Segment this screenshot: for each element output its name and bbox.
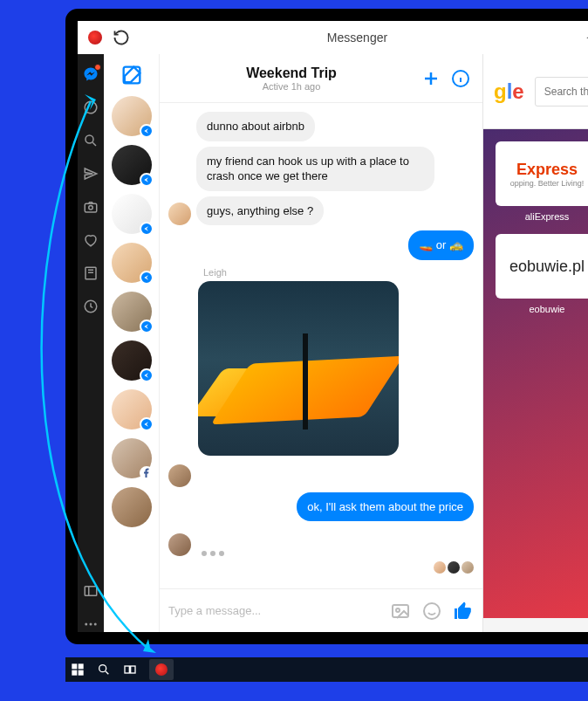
conversation-avatar[interactable]	[112, 243, 152, 283]
taskbar-opera-app[interactable]	[149, 659, 174, 680]
svg-point-12	[396, 608, 400, 612]
message-avatar	[168, 464, 191, 487]
tile-label: aliExpress	[496, 211, 588, 222]
conversation-avatar[interactable]	[112, 438, 152, 478]
svg-point-18	[99, 665, 106, 672]
tile-subtitle: opping. Better Living!	[510, 179, 585, 188]
browser-top-bar: Messenger	[78, 21, 588, 54]
tile-title: eobuwie.pl	[509, 258, 585, 276]
browser-sidebar	[78, 54, 104, 632]
image-message[interactable]	[198, 281, 399, 456]
sender-name: Leigh	[203, 267, 474, 278]
search-input[interactable]	[535, 77, 588, 107]
conversation-avatar[interactable]	[112, 292, 152, 332]
svg-rect-5	[85, 587, 97, 596]
message-composer	[160, 588, 482, 632]
tile-label: eobuwie	[496, 304, 588, 314]
refresh-button[interactable]	[113, 29, 130, 46]
messenger-panel: Weekend Trip Active 1h ago dunno about a…	[104, 54, 483, 632]
send-icon[interactable]	[83, 166, 99, 182]
messenger-sidebar-button[interactable]	[83, 66, 99, 82]
svg-rect-1	[85, 203, 97, 212]
svg-point-7	[90, 623, 92, 626]
message-bubble: my friend can hook us up with a place to…	[196, 147, 434, 191]
svg-rect-16	[72, 670, 77, 676]
message-avatar	[168, 533, 191, 556]
svg-rect-15	[79, 663, 84, 669]
conversation-avatar[interactable]	[112, 389, 152, 430]
more-icon[interactable]	[83, 616, 99, 632]
conversation-avatar[interactable]	[112, 96, 152, 136]
svg-point-6	[85, 623, 87, 626]
svg-point-2	[89, 206, 93, 210]
emoji-button[interactable]	[421, 601, 442, 622]
speed-dial-background: gle Express opping. Better Living! aliEx…	[483, 54, 588, 632]
message-bubble: dunno about airbnb	[196, 112, 315, 141]
typing-indicator	[202, 551, 224, 556]
chat-title: Weekend Trip	[170, 65, 413, 81]
photo-button[interactable]	[390, 601, 411, 622]
conversation-avatar[interactable]	[112, 194, 152, 234]
chat-subtitle: Active 1h ago	[170, 81, 413, 92]
speed-dial-tile[interactable]: eobuwie.pl	[496, 234, 588, 299]
google-logo: gle	[494, 79, 524, 104]
svg-point-8	[94, 623, 97, 626]
conversation-avatar[interactable]	[112, 340, 152, 381]
message-avatar	[168, 203, 191, 225]
windows-taskbar	[65, 657, 588, 682]
pin-button[interactable]	[585, 30, 588, 45]
notification-dot	[94, 64, 101, 71]
like-button[interactable]	[453, 601, 474, 622]
speed-dial-tile[interactable]: Express opping. Better Living!	[496, 141, 588, 206]
compose-button[interactable]	[120, 63, 144, 87]
svg-point-0	[85, 135, 93, 143]
conversation-avatar[interactable]	[112, 145, 152, 185]
whatsapp-icon[interactable]	[83, 100, 99, 115]
opera-icon	[88, 31, 102, 45]
chat-header: Weekend Trip Active 1h ago	[160, 54, 482, 103]
task-view-icon[interactable]	[123, 663, 137, 677]
search-icon[interactable]	[83, 133, 99, 148]
bookmark-icon[interactable]	[83, 265, 99, 281]
history-icon[interactable]	[83, 299, 99, 314]
message-input[interactable]	[168, 604, 379, 617]
conversation-list	[104, 54, 160, 632]
message-bubble-sent: ok, I'll ask them about the price	[297, 492, 474, 522]
sidebar-toggle-icon[interactable]	[83, 583, 99, 599]
svg-rect-19	[125, 666, 129, 673]
svg-rect-17	[79, 670, 84, 676]
svg-point-13	[424, 603, 440, 619]
message-list: dunno about airbnb my friend can hook us…	[160, 103, 482, 588]
svg-rect-20	[131, 666, 135, 673]
message-bubble-sent: 🚤 or 🚕	[408, 230, 474, 260]
conversation-avatar[interactable]	[112, 487, 152, 527]
browser-title: Messenger	[140, 31, 574, 45]
seen-indicators	[168, 561, 474, 574]
tile-title: Express	[516, 161, 578, 179]
message-bubble: guys, anything else ?	[196, 196, 324, 226]
start-button[interactable]	[71, 663, 85, 677]
info-button[interactable]	[449, 67, 472, 90]
svg-rect-14	[72, 663, 77, 669]
heart-icon[interactable]	[83, 232, 99, 248]
taskbar-search-icon[interactable]	[97, 663, 111, 677]
camera-icon[interactable]	[83, 199, 99, 215]
add-people-button[interactable]	[420, 67, 442, 90]
